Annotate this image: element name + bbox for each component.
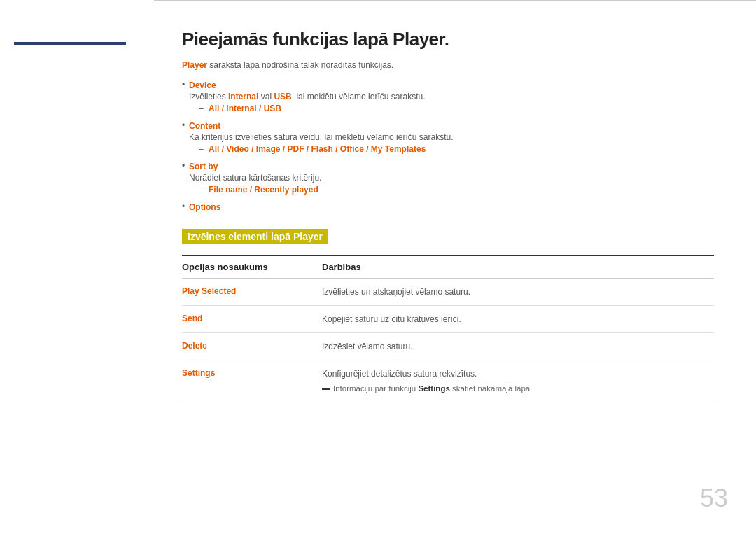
sortby-options: File name / Recently played [209,185,318,195]
page-number: 53 [700,484,728,513]
row-name-play-selected: Play Selected [182,286,322,296]
content-options: All / Video / Image / PDF / Flash / Offi… [209,144,426,154]
table-row: Delete Izdzēsiet vēlamo saturu. [182,333,714,360]
table-row: Play Selected Izvēlieties un atskaņojiet… [182,279,714,306]
device-sub-item: All / Internal / USB [199,104,714,113]
main-content: Pieejamās funkcijas lapā Player. Player … [154,0,756,534]
device-options: All / Internal / USB [209,104,281,113]
col-name-header: Opcijas nosaukums [182,262,322,272]
settings-bold-ref: Settings [418,384,449,393]
device-label: Device [189,80,216,90]
usb-text: USB [274,92,291,101]
row-desc-settings: Konfigurējiet detalizētus satura rekvizī… [322,367,714,395]
list-item-sortby: Sort by Norādiet satura kārtošanas kritē… [182,161,714,195]
row-desc-send: Kopējiet saturu uz citu krātuves ierīci. [322,313,714,325]
sidebar-decoration-bar [14,42,126,45]
list-item-device: Device Izvēlieties Internal vai USB, lai… [182,80,714,113]
internal-text: Internal [228,92,258,101]
options-label: Options [189,202,220,212]
options-table: Opcijas nosaukums Darbibas Play Selected… [182,255,714,402]
row-desc-play-selected: Izvēlieties un atskaņojiet vēlamo saturu… [322,286,714,298]
settings-note: Informāciju par funkciju Settings skatie… [322,383,714,395]
content-desc: Kā kritērijus izvēlieties satura veidu, … [189,132,714,142]
sortby-desc: Norādiet satura kārtošanas kritēriju. [189,173,714,183]
top-border [154,1,756,1]
content-label: Content [189,121,220,131]
row-name-send: Send [182,313,322,323]
table-header-row: Opcijas nosaukums Darbibas [182,256,714,279]
intro-highlight: Player [182,60,207,70]
device-sub-list: All / Internal / USB [189,104,714,113]
left-sidebar [0,0,154,534]
intro-rest: saraksta lapa nodrošina tālāk norādītās … [207,60,393,70]
sortby-label: Sort by [189,162,218,171]
section-heading: Izvēlnes elementi lapā Player [182,229,328,244]
feature-list: Device Izvēlieties Internal vai USB, lai… [182,80,714,212]
intro-text: Player saraksta lapa nodrošina tālāk nor… [182,60,714,70]
list-item-content: Content Kā kritērijus izvēlieties satura… [182,120,714,154]
row-name-delete: Delete [182,340,322,351]
page-container: Pieejamās funkcijas lapā Player. Player … [0,0,756,534]
device-desc: Izvēlieties Internal vai USB, lai meklēt… [189,92,714,101]
note-dash-icon [322,388,330,390]
col-action-header: Darbibas [322,262,714,272]
content-sub-item: All / Video / Image / PDF / Flash / Offi… [199,144,714,154]
table-row: Settings Konfigurējiet detalizētus satur… [182,360,714,402]
table-row: Send Kopējiet saturu uz citu krātuves ie… [182,306,714,333]
row-desc-delete: Izdzēsiet vēlamo saturu. [322,340,714,353]
page-title: Pieejamās funkcijas lapā Player. [182,29,714,50]
row-name-settings: Settings [182,367,322,378]
sortby-sub-list: File name / Recently played [189,185,714,195]
list-item-options: Options [182,202,714,212]
sortby-sub-item: File name / Recently played [199,185,714,195]
content-sub-list: All / Video / Image / PDF / Flash / Offi… [189,144,714,154]
